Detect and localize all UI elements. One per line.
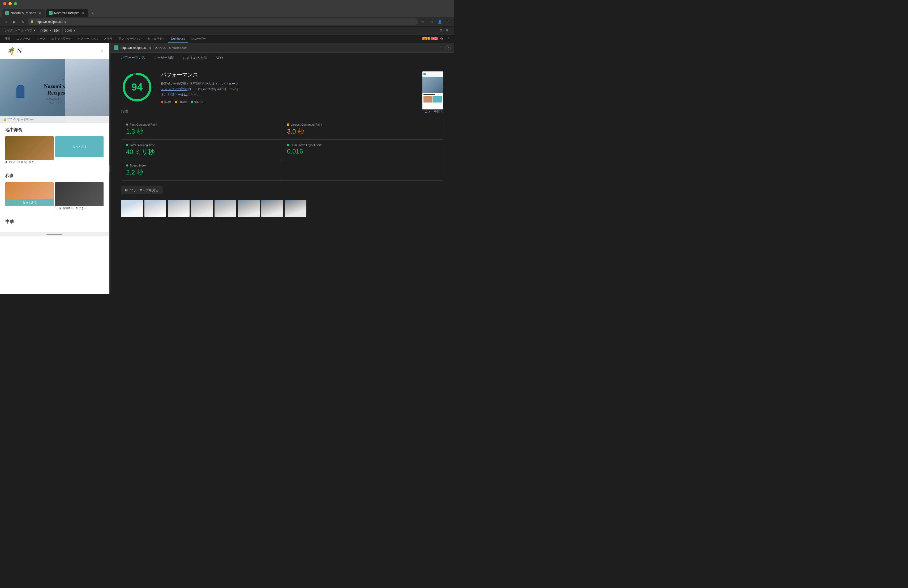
more-button-1[interactable]: もっとみる (55, 136, 103, 157)
devtools-tab-application[interactable]: アプリケーション (116, 34, 145, 43)
tab-2-close[interactable]: ✕ (81, 11, 85, 15)
minimize-button[interactable] (8, 2, 12, 5)
devtools-tab-memory[interactable]: メモリ (101, 34, 115, 43)
bookmark-icon[interactable]: ☆ (419, 18, 427, 26)
lh-nav-best-practices[interactable]: おすすめの方法 (183, 53, 207, 63)
responsive-selector[interactable]: サイズ: レスポンシブ ▼ (2, 27, 38, 34)
new-tab-button[interactable]: + (89, 10, 97, 17)
devtools-tab-console[interactable]: コンソール (14, 34, 34, 43)
view-button[interactable]: ビューを開く (424, 109, 443, 114)
tab-1-close[interactable]: ✕ (38, 11, 42, 15)
devtools-tab-security[interactable]: セキュリティ (145, 34, 168, 43)
menu-icon[interactable]: ⋮ (444, 18, 452, 26)
address-bar[interactable]: 🔒 https://n-recipes.com/ (27, 18, 418, 25)
svg-text:🌴: 🌴 (6, 47, 14, 55)
tab-2[interactable]: 🌿 Nozomi's Recipes ✕ (46, 9, 89, 17)
lh-url-bar: 🌿 https://n-recipes.com/ 20:22:27 · n-re… (110, 43, 454, 53)
profile-icon[interactable]: 👤 (436, 18, 443, 26)
chinese-section: 中華 (0, 215, 109, 232)
thumb-logo (423, 73, 426, 75)
frame-2 (145, 200, 166, 217)
lh-timestamp: 20:22:27 · n-recipes.com (155, 46, 187, 49)
mediterranean-section: 地中海食 3.【スパイス香る】サク... もっとみる (0, 123, 109, 169)
metric-fcp: First Contentful Paint 1.3 秒 (121, 119, 282, 139)
score-legend: 0–49 50–89 90–100 (161, 100, 443, 103)
metric-lcp: Largest Contentful Paint 3.0 秒 (282, 119, 443, 139)
treemap-button[interactable]: ⊞ ツリーマップを見る (121, 186, 163, 194)
filmstrip (121, 200, 443, 217)
devtools-tab-performance[interactable]: パフォーマンス (75, 34, 101, 43)
metric-si: Speed Index 2.2 秒 (121, 160, 282, 180)
lh-nav-accessibility[interactable]: ユーザー補助 (154, 53, 174, 63)
devtools-more-icon[interactable]: ⋮ (446, 36, 452, 41)
recipe-more-2[interactable]: もっとみる (5, 182, 54, 211)
recipe-card-1[interactable]: 3.【スパイス香る】サク... (5, 136, 54, 165)
recipe-thumb-1 (5, 136, 54, 160)
devtools-tab-lighthouse[interactable]: Lighthouse (168, 34, 188, 43)
hero-subtitle: 科学的根拠と、美味しさと。 (44, 97, 65, 105)
treemap-container: ⊞ ツリーマップを見る (121, 186, 443, 194)
forward-button[interactable]: ▶ (11, 18, 18, 26)
frame-5-content (214, 200, 236, 217)
frame-1-content (121, 200, 143, 217)
frame-7 (261, 200, 283, 217)
hero-title: Nozomi'sRecipes (44, 83, 65, 96)
frame-2-content (145, 200, 166, 217)
network-tab-label: ネットワーク (54, 37, 72, 40)
tab-1[interactable]: 🌿 Nozomi's Recipes ✕ (2, 9, 45, 17)
metric-fcp-value: 1.3 秒 (126, 127, 277, 136)
lh-nav-performance[interactable]: パフォーマンス (121, 53, 145, 63)
lh-screenshot (422, 71, 443, 110)
thumb-hero (422, 77, 443, 93)
frame-7-content (261, 200, 283, 217)
score-link2[interactable]: 計算ツールはこちら。 (168, 93, 200, 97)
score-value: 94 (131, 82, 143, 93)
lh-url-text: https://n-recipes.com/ (121, 46, 151, 50)
zoom-selector[interactable]: 100% ▼ (63, 27, 78, 34)
thumb-card2 (433, 96, 442, 103)
frame-3 (168, 200, 190, 217)
tab-1-label: Nozomi's Recipes (11, 11, 36, 15)
devtools-icon-1[interactable]: ⊡ (438, 28, 444, 33)
frame-4-content (191, 200, 213, 217)
hamburger-menu[interactable]: ≡ (100, 48, 103, 54)
treemap-icon: ⊞ (125, 188, 128, 192)
cookie-notice: 🔒 プライバシーポリシー (0, 116, 109, 123)
screenshot-thumbnail (422, 71, 443, 110)
extensions-icon[interactable]: ⊞ (427, 18, 435, 26)
devtools-tab-sources[interactable]: ソース (34, 34, 48, 43)
close-button[interactable] (3, 2, 6, 5)
hero-text: ✦ Nozomi'sRecipes 科学的根拠と、美味しさと。 (39, 72, 70, 110)
devtools-tab-network[interactable]: ⚠ ネットワーク (49, 34, 74, 43)
devtools-tab-recorder[interactable]: レコーダー (188, 34, 208, 43)
chinese-title: 中華 (5, 219, 103, 225)
browser-frame: 🌿 Nozomi's Recipes ✕ 🌿 Nozomi's Recipes … (0, 0, 454, 294)
devtools-icon-2[interactable]: ⊞ (444, 28, 450, 33)
reload-button[interactable]: ↻ (19, 18, 27, 26)
metrics-grid: First Contentful Paint 1.3 秒 Largest Con… (121, 119, 443, 180)
metric-cls-dot (287, 144, 289, 146)
metric-fcp-label: First Contentful Paint (126, 123, 277, 126)
metric-si-dot (126, 164, 128, 166)
tab-bar: 🌿 Nozomi's Recipes ✕ 🌿 Nozomi's Recipes … (0, 7, 454, 17)
site-logo: 🌴 N (5, 46, 22, 56)
back-button[interactable]: ◀ (2, 18, 10, 26)
lh-nav-seo[interactable]: SEO (216, 53, 223, 63)
devtools-tab-elements[interactable]: 要素 (2, 34, 13, 43)
mediterranean-grid: 3.【スパイス香る】サク... もっとみる (5, 136, 103, 165)
maximize-button[interactable] (14, 2, 17, 5)
hero-image: ✦ Nozomi'sRecipes 科学的根拠と、美味しさと。 🔒 プライバシー… (0, 59, 109, 123)
tab-2-favicon: 🌿 (49, 11, 53, 15)
frame-6 (238, 200, 260, 217)
devtools-settings-icon[interactable]: ⚙ (439, 37, 444, 41)
recipe-card-hijiki[interactable]: 1.【ねぎ油香る】ひじき... (55, 182, 103, 211)
address-text: https://n-recipes.com/ (35, 20, 66, 24)
main-content: 🌴 N ≡ ✦ Nozomi'sRecipes (0, 43, 454, 294)
recipe-more-1[interactable]: もっとみる (55, 136, 103, 165)
metric-lcp-dot (287, 124, 289, 126)
lh-menu-icon[interactable]: ⋮ (438, 45, 442, 50)
width-field[interactable]: 490 × 894 (38, 27, 63, 34)
metric-tbt: Total Blocking Time 40 ミリ秒 (121, 140, 282, 160)
lh-clear-button[interactable]: ✕ (446, 45, 451, 50)
metrics-row-2: Total Blocking Time 40 ミリ秒 Cumulative La… (121, 140, 443, 160)
